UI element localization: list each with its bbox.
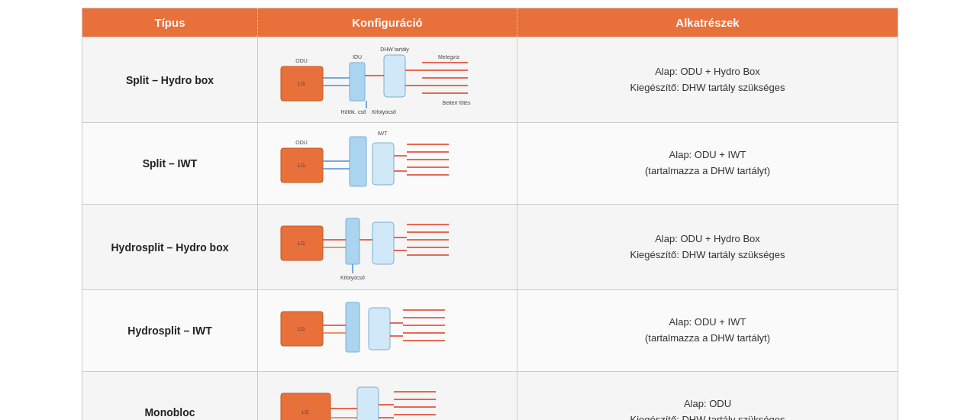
type-cell-4: Monobloc [82,372,258,420]
svg-text:DHW tartály: DHW tartály [380,47,409,53]
parts-cell-1: Alap: ODU + IWT (tartalmazza a DHW tartá… [517,123,898,204]
svg-text:LG: LG [298,163,305,168]
svg-text:Kifolyócső: Kifolyócső [340,275,365,281]
svg-rect-25 [350,137,366,186]
table-row: Hydrosplit – IWT LG [82,289,898,371]
table-row: Monobloc LG [82,371,898,420]
config-cell-2: LG [258,205,517,289]
parts-line2-2: Kiegészítő: DHW tartály szükséges [630,247,785,263]
parts-cell-0: Alap: ODU + Hydro Box Kiegészítő: DHW ta… [517,37,898,122]
svg-text:LG: LG [298,326,305,331]
type-label-3: Hydrosplit – IWT [127,325,211,337]
parts-line1-2: Alap: ODU + Hydro Box [630,231,785,247]
svg-text:Melegvíz: Melegvíz [437,54,459,60]
header-alkatreszek: Alkatrészek [517,8,898,37]
diagram-1: LG ODU IWT [273,129,502,198]
svg-text:LG: LG [298,81,305,86]
svg-text:ODU: ODU [295,140,308,145]
parts-line2-1: (tartalmazza a DHW tartályt) [645,163,770,179]
svg-rect-66 [281,393,330,420]
config-cell-1: LG ODU IWT [258,123,517,204]
svg-rect-26 [372,143,394,185]
svg-rect-5 [384,55,405,97]
config-cell-3: LG [258,290,517,371]
type-label-2: Hydrosplit – Hydro box [111,241,228,254]
type-cell-2: Hydrosplit – Hydro box [82,205,258,289]
config-cell-4: LG [258,372,517,420]
config-cell-0: LG ODU IDU DHW tartály Melegvíz Beltéri [258,37,517,122]
parts-line2-0: Kiegészítő: DHW tartály szükséges [630,80,785,96]
type-label-0: Split – Hydro box [126,74,214,86]
diagram-0: LG ODU IDU DHW tartály Melegvíz Beltéri [273,44,502,116]
parts-cell-2: Alap: ODU + Hydro Box Kiegészítő: DHW ta… [517,205,898,289]
svg-rect-68 [357,387,379,420]
svg-text:Hűtők. cső: Hűtők. cső [340,109,366,115]
parts-line1-4: Alap: ODU [630,396,785,412]
table-row: Split – IWT LG ODU IWT [82,122,898,204]
svg-text:ODU: ODU [295,58,308,63]
header-konfiguracio: Konfiguráció [258,8,517,37]
table-header: Típus Konfiguráció Alkatrészek [82,8,898,37]
header-tipus: Típus [82,8,258,37]
svg-rect-56 [369,308,390,350]
type-label-1: Split – IWT [143,157,198,170]
diagram-2: LG [273,211,502,283]
svg-rect-3 [350,63,365,101]
diagram-4: LG [273,378,502,420]
svg-text:LG: LG [298,241,305,246]
parts-line2-4: Kiegészítő: DHW tartály szükséges [630,412,785,420]
parts-line1-1: Alap: ODU + IWT [645,147,770,163]
svg-text:Kifolyócső: Kifolyócső [372,109,396,115]
svg-text:IWT: IWT [377,131,388,136]
svg-text:LG: LG [301,409,308,415]
type-cell-1: Split – IWT [82,123,258,204]
parts-cell-4: Alap: ODU Kiegészítő: DHW tartály szüksé… [517,372,898,420]
parts-line1-3: Alap: ODU + IWT [645,315,770,331]
parts-line1-0: Alap: ODU + Hydro Box [630,64,785,80]
svg-rect-40 [372,222,394,264]
svg-rect-39 [346,218,359,264]
table-row: Split – Hydro box LG ODU IDU DHW tartály [82,37,898,122]
type-cell-3: Hydrosplit – IWT [82,290,258,371]
table-row: Hydrosplit – Hydro box LG [82,204,898,289]
svg-text:Beltéri fűtés: Beltéri fűtés [442,100,470,105]
type-label-4: Monobloc [144,406,195,418]
svg-text:IDU: IDU [352,54,361,60]
parts-cell-3: Alap: ODU + IWT (tartalmazza a DHW tartá… [517,290,898,371]
diagram-3: LG [273,296,502,365]
parts-line2-3: (tartalmazza a DHW tartályt) [645,331,770,347]
main-table: Típus Konfiguráció Alkatrészek Split – H… [82,8,898,420]
type-cell-0: Split – Hydro box [82,37,258,122]
svg-rect-55 [346,302,359,352]
